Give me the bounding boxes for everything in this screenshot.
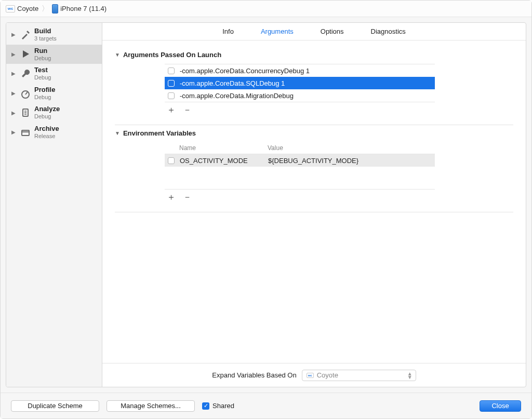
sidebar-item-run[interactable]: ▶ Run Debug xyxy=(6,45,102,64)
sidebar-item-label: Test xyxy=(34,66,51,74)
duplicate-scheme-button[interactable]: Duplicate Scheme xyxy=(11,400,99,412)
argument-checkbox[interactable] xyxy=(168,67,175,74)
remove-argument-button[interactable]: － xyxy=(183,105,192,114)
argument-text: -com.apple.CoreData.ConcurrencyDebug 1 xyxy=(180,67,310,75)
shared-checkbox-group[interactable]: ✓ Shared xyxy=(202,402,234,410)
expand-variables-bar: Expand Variables Based On wc Coyote ▲▼ xyxy=(102,363,526,387)
button-label: Manage Schemes... xyxy=(121,402,181,410)
button-label: Close xyxy=(491,402,509,410)
env-checkbox[interactable] xyxy=(168,157,175,164)
scheme-tabs: Info Arguments Options Diagnostics xyxy=(102,23,526,40)
button-label: Duplicate Scheme xyxy=(28,402,83,410)
sidebar-item-label: Run xyxy=(34,47,51,55)
sidebar-item-test[interactable]: ▶ Test Debug xyxy=(6,64,102,84)
shared-checkbox[interactable]: ✓ xyxy=(202,402,209,410)
manage-schemes-button[interactable]: Manage Schemes... xyxy=(107,400,195,412)
project-mini-icon: wc xyxy=(307,373,314,378)
envvars-section-header[interactable]: ▼ Environment Variables xyxy=(115,129,513,137)
sidebar-item-sub: Debug xyxy=(34,113,60,120)
svg-rect-2 xyxy=(22,130,29,136)
section-title: Environment Variables xyxy=(123,129,196,137)
disclosure-icon: ▶ xyxy=(11,110,17,116)
expand-target-value: Coyote xyxy=(317,371,338,379)
divider xyxy=(115,125,513,125)
tab-arguments[interactable]: Arguments xyxy=(261,28,294,35)
sidebar-item-sub: 3 targets xyxy=(34,35,57,42)
tab-diagnostics[interactable]: Diagnostics xyxy=(371,28,406,35)
disclosure-down-icon: ▼ xyxy=(115,52,120,58)
sidebar-item-build[interactable]: ▶ Build 3 targets xyxy=(6,25,102,45)
expand-label: Expand Variables Based On xyxy=(212,371,296,379)
add-env-button[interactable]: ＋ xyxy=(167,193,176,201)
breadcrumb-device[interactable]: iPhone 7 (11.4) xyxy=(60,5,107,12)
sidebar-item-label: Build xyxy=(34,28,57,35)
arguments-list: -com.apple.CoreData.ConcurrencyDebug 1 -… xyxy=(165,64,435,102)
env-columns: Name Value xyxy=(165,142,435,154)
sidebar-item-archive[interactable]: ▶ Archive Release xyxy=(6,123,102,142)
sidebar-item-label: Archive xyxy=(34,125,59,133)
env-value: ${DEBUG_ACTIVITY_MODE} xyxy=(268,157,358,165)
content-split: ▶ Build 3 targets ▶ Run Debug xyxy=(6,22,526,387)
bottom-bar: Duplicate Scheme Manage Schemes... ✓ Sha… xyxy=(1,393,531,418)
scheme-sidebar: ▶ Build 3 targets ▶ Run Debug xyxy=(6,23,102,387)
shared-label: Shared xyxy=(212,402,234,410)
argument-row[interactable]: -com.apple.CoreData.MigrationDebug xyxy=(165,89,435,102)
gauge-icon xyxy=(20,88,31,99)
device-icon xyxy=(52,4,58,13)
disclosure-icon: ▶ xyxy=(11,129,17,135)
sidebar-item-analyze[interactable]: ▶ Analyze Debug xyxy=(6,103,102,123)
add-argument-button[interactable]: ＋ xyxy=(167,105,176,114)
content-scroll: ▼ Arguments Passed On Launch -com.apple.… xyxy=(102,40,526,363)
sidebar-item-sub: Debug xyxy=(34,74,51,81)
disclosure-icon: ▶ xyxy=(11,51,17,57)
tab-options[interactable]: Options xyxy=(321,28,344,35)
argument-row[interactable]: -com.apple.CoreData.SQLDebug 1 xyxy=(165,77,435,89)
sidebar-item-label: Analyze xyxy=(34,105,60,113)
argument-text: -com.apple.CoreData.MigrationDebug xyxy=(180,92,294,100)
section-title: Arguments Passed On Launch xyxy=(123,51,221,59)
hammer-icon xyxy=(20,29,31,40)
env-col-value: Value xyxy=(268,144,283,152)
argument-checkbox[interactable] xyxy=(168,80,175,87)
disclosure-icon: ▶ xyxy=(11,71,17,76)
sidebar-item-sub: Release xyxy=(34,133,59,140)
sidebar-item-profile[interactable]: ▶ Profile Debug xyxy=(6,84,102,103)
divider xyxy=(115,212,513,212)
analyze-icon xyxy=(20,107,31,118)
envvars-list: Name Value OS_ACTIVITY_MODE ${DEBUG_ACTI… xyxy=(165,142,435,190)
scheme-editor-window: wc Coyote 〉 iPhone 7 (11.4) ▶ Build 3 ta… xyxy=(0,0,532,419)
play-icon xyxy=(20,48,31,60)
wrench-icon xyxy=(20,68,31,79)
expand-target-popup[interactable]: wc Coyote ▲▼ xyxy=(302,370,416,381)
env-row[interactable]: OS_ACTIVITY_MODE ${DEBUG_ACTIVITY_MODE} xyxy=(165,154,435,167)
content-pane: Info Arguments Options Diagnostics ▼ Arg… xyxy=(102,23,526,387)
project-icon: wc xyxy=(6,5,15,12)
sidebar-item-label: Profile xyxy=(34,86,55,94)
chevron-right-icon: 〉 xyxy=(41,4,50,13)
tab-info[interactable]: Info xyxy=(222,28,234,35)
env-add-remove: ＋ － xyxy=(165,190,513,201)
remove-env-button[interactable]: － xyxy=(183,193,192,201)
popup-updown-icon: ▲▼ xyxy=(407,372,413,379)
disclosure-down-icon: ▼ xyxy=(115,130,120,136)
env-empty-space xyxy=(165,167,435,190)
breadcrumb: wc Coyote 〉 iPhone 7 (11.4) xyxy=(1,1,531,17)
arguments-add-remove: ＋ － xyxy=(165,102,513,114)
archive-icon xyxy=(20,127,31,138)
disclosure-icon: ▶ xyxy=(11,90,17,96)
breadcrumb-project[interactable]: Coyote xyxy=(17,5,38,12)
argument-row[interactable]: -com.apple.CoreData.ConcurrencyDebug 1 xyxy=(165,64,435,77)
env-name: OS_ACTIVITY_MODE xyxy=(180,157,263,165)
close-button[interactable]: Close xyxy=(480,400,521,412)
arguments-section-header[interactable]: ▼ Arguments Passed On Launch xyxy=(115,51,513,59)
disclosure-icon: ▶ xyxy=(11,32,17,37)
argument-text: -com.apple.CoreData.SQLDebug 1 xyxy=(180,79,285,87)
argument-checkbox[interactable] xyxy=(168,92,175,99)
sidebar-item-sub: Debug xyxy=(34,55,51,62)
sidebar-item-sub: Debug xyxy=(34,94,55,101)
env-col-name: Name xyxy=(179,144,262,152)
